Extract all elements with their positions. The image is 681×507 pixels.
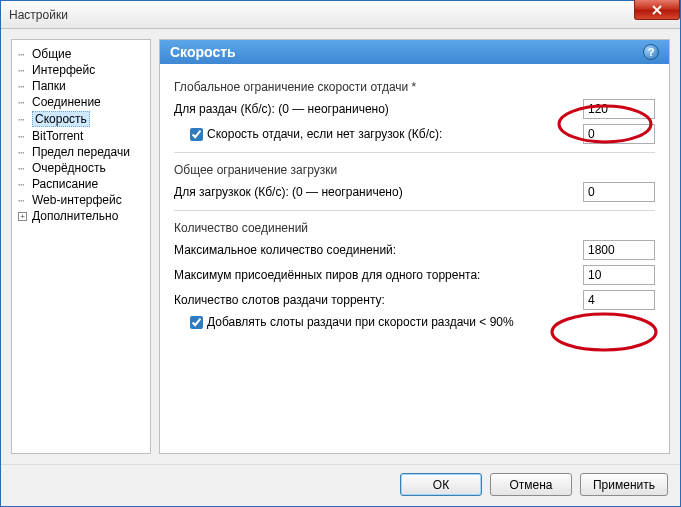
close-icon [652, 5, 662, 15]
expand-icon[interactable]: + [18, 212, 32, 221]
max-peers-label: Максимум присоедиённых пиров для одного … [174, 268, 583, 282]
sidebar-item-folders[interactable]: ⋯Папки [16, 78, 148, 94]
divider [174, 152, 655, 153]
upload-rate-label: Для раздач (Кб/с): (0 — неограничено) [174, 102, 583, 116]
upload-slots-label: Количество слотов раздачи торренту: [174, 293, 583, 307]
add-slots-label: Добавлять слоты раздачи при скорости раз… [207, 315, 514, 329]
sidebar-item-limit[interactable]: ⋯Предел передачи [16, 144, 148, 160]
max-peers-input[interactable] [583, 265, 655, 285]
close-button[interactable] [634, 0, 680, 20]
divider [174, 210, 655, 211]
sidebar-item-bittorrent[interactable]: ⋯BitTorrent [16, 128, 148, 144]
window-title: Настройки [9, 8, 68, 22]
main-panel: Скорость ? Глобальное ограничение скорос… [159, 39, 670, 454]
sidebar-item-connection[interactable]: ⋯Соединение [16, 94, 148, 110]
dialog-footer: ОК Отмена Применить [1, 464, 680, 506]
group-download-title: Общее ограничение загрузки [174, 163, 655, 177]
group-connections-title: Количество соединений [174, 221, 655, 235]
sidebar-item-webui[interactable]: ⋯Web-интерфейс [16, 192, 148, 208]
add-slots-checkbox[interactable] [190, 316, 203, 329]
section-header: Скорость ? [160, 40, 669, 64]
sidebar: ⋯Общие ⋯Интерфейс ⋯Папки ⋯Соединение ⋯Ск… [11, 39, 151, 454]
sidebar-item-schedule[interactable]: ⋯Расписание [16, 176, 148, 192]
upload-slots-input[interactable] [583, 290, 655, 310]
alt-upload-label: Скорость отдачи, если нет загрузок (Кб/с… [207, 127, 442, 141]
max-connections-input[interactable] [583, 240, 655, 260]
group-upload-title: Глобальное ограничение скорости отдачи * [174, 80, 655, 94]
help-icon[interactable]: ? [643, 44, 659, 60]
upload-rate-input[interactable] [583, 99, 655, 119]
download-rate-input[interactable] [583, 182, 655, 202]
download-rate-label: Для загрузкок (Кб/с): (0 — неограничено) [174, 185, 583, 199]
ok-button[interactable]: ОК [400, 473, 482, 496]
alt-upload-checkbox[interactable] [190, 128, 203, 141]
sidebar-item-advanced[interactable]: + Дополнительно [16, 208, 148, 224]
section-title: Скорость [170, 44, 236, 60]
sidebar-item-general[interactable]: ⋯Общие [16, 46, 148, 62]
sidebar-item-interface[interactable]: ⋯Интерфейс [16, 62, 148, 78]
titlebar: Настройки [1, 1, 680, 29]
sidebar-item-queue[interactable]: ⋯Очерёдность [16, 160, 148, 176]
settings-window: Настройки ⋯Общие ⋯Интерфейс ⋯Папки ⋯Соед… [0, 0, 681, 507]
max-connections-label: Максимальное количество соединений: [174, 243, 583, 257]
sidebar-item-speed[interactable]: ⋯Скорость [16, 110, 148, 128]
alt-upload-input[interactable] [583, 124, 655, 144]
apply-button[interactable]: Применить [580, 473, 668, 496]
cancel-button[interactable]: Отмена [490, 473, 572, 496]
